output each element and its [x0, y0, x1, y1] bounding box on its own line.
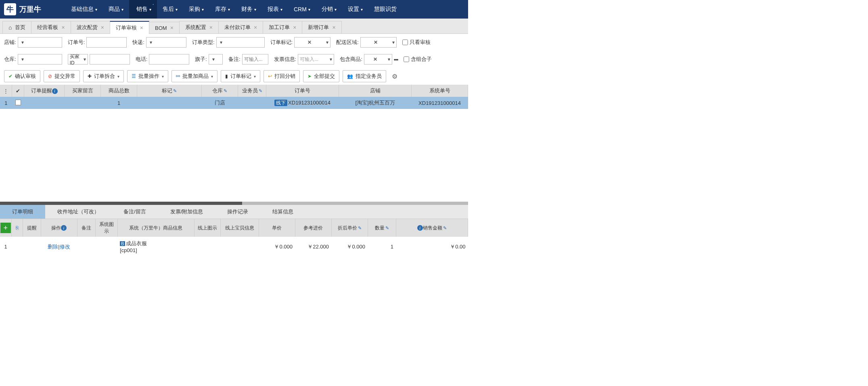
- check-col-icon: ✔: [16, 88, 20, 94]
- close-icon[interactable]: ×: [140, 25, 143, 31]
- nav-item-报表[interactable]: 报表▾: [262, 0, 288, 19]
- detail-tab-4[interactable]: 操作记录: [215, 205, 260, 219]
- top-navbar: 牛 万里牛 基础信息▾商品▾销售▾售后▾采购▾库存▾财务▾报表▾CRM▾分销▾设…: [0, 0, 468, 19]
- ordertype-select[interactable]: [216, 37, 265, 48]
- filter-row-1: 店铺: 订单号: 快递: 订单类型: 订单标记:✕ 配送区域:✕ 只看审核: [0, 34, 468, 51]
- tab-订单审核[interactable]: 订单审核×: [110, 21, 149, 34]
- nav-item-分销[interactable]: 分销▾: [316, 0, 342, 19]
- modify-link[interactable]: 修改: [60, 244, 70, 250]
- info-icon[interactable]: i: [61, 225, 67, 231]
- nav-item-售后[interactable]: 售后▾: [157, 0, 183, 19]
- include-combo-checkbox[interactable]: [404, 56, 409, 62]
- express-select[interactable]: [146, 37, 186, 48]
- buyerid-input[interactable]: [90, 54, 130, 65]
- edit-icon[interactable]: ✎: [224, 88, 227, 93]
- remark-input[interactable]: [242, 54, 268, 65]
- copy-icon[interactable]: ⎘: [14, 225, 20, 231]
- tab-波次配货[interactable]: 波次配货×: [71, 21, 110, 33]
- nav-item-慧眼识货[interactable]: 慧眼识货: [368, 0, 402, 19]
- confirm-audit-button[interactable]: ✔确认审核: [4, 70, 40, 82]
- orderno-input[interactable]: [86, 37, 127, 48]
- order-split-button[interactable]: ✚订单拆合▾: [83, 70, 124, 82]
- close-icon[interactable]: ×: [293, 24, 296, 31]
- nav-item-基础信息[interactable]: 基础信息▾: [65, 0, 103, 19]
- tab-系统配置[interactable]: 系统配置×: [179, 21, 219, 33]
- buyerid-select[interactable]: 买家ID: [68, 54, 88, 65]
- submit-abnormal-button[interactable]: ⊘提交异常: [44, 70, 80, 82]
- close-icon[interactable]: ×: [61, 24, 65, 31]
- includegoods-select[interactable]: ✕: [364, 54, 392, 65]
- detail-tab-0[interactable]: 订单明细: [0, 205, 45, 219]
- ordermark-select[interactable]: ✕: [294, 37, 330, 48]
- close-icon[interactable]: ×: [209, 24, 213, 31]
- logo: 牛 万里牛: [4, 3, 41, 15]
- nav-item-采购[interactable]: 采购▾: [183, 0, 209, 19]
- nav-item-CRM[interactable]: CRM▾: [288, 0, 316, 19]
- close-icon[interactable]: ×: [332, 24, 335, 31]
- detail-tab-5[interactable]: 结算信息: [260, 205, 305, 219]
- users-icon: 👥: [347, 73, 353, 79]
- close-icon[interactable]: ×: [170, 25, 174, 31]
- nav-item-销售[interactable]: 销售▾: [129, 0, 157, 19]
- nav-item-商品[interactable]: 商品▾: [103, 0, 129, 19]
- warehouse-select[interactable]: [18, 54, 62, 65]
- bookmark-icon: ▮: [225, 73, 228, 79]
- phone-input[interactable]: [149, 54, 189, 65]
- edit-icon[interactable]: ✎: [259, 88, 262, 93]
- gear-icon[interactable]: ⚙: [392, 73, 397, 80]
- edit-icon[interactable]: ✎: [385, 225, 389, 230]
- tab-首页[interactable]: ⌂首页: [2, 21, 31, 33]
- tab-未付款订单[interactable]: 未付款订单×: [218, 21, 263, 33]
- nav-item-设置[interactable]: 设置▾: [342, 0, 368, 19]
- detail-tab-1[interactable]: 收件地址（可改）: [45, 205, 111, 219]
- splitter[interactable]: [0, 202, 468, 205]
- tab-经营看板[interactable]: 经营看板×: [31, 21, 71, 33]
- caret-down-icon: ▾: [117, 74, 119, 79]
- clear-icon[interactable]: ✕: [373, 56, 377, 62]
- warehouse-label: 仓库:: [4, 56, 16, 63]
- nav-item-财务[interactable]: 财务▾: [236, 0, 262, 19]
- nav-item-库存[interactable]: 库存▾: [209, 0, 236, 19]
- cell-sysno: XD191231000014: [412, 97, 468, 109]
- info-icon[interactable]: i: [52, 88, 58, 94]
- detail-row[interactable]: 1 删除|修改 B成品衣服[cp001] ￥0.000 ￥22.000 ￥0.0…: [0, 237, 468, 257]
- row-checkbox[interactable]: [15, 100, 21, 105]
- close-icon[interactable]: ×: [101, 24, 104, 31]
- add-row-button[interactable]: +: [0, 223, 11, 233]
- edit-icon[interactable]: ✎: [443, 225, 447, 230]
- product-badge: B: [120, 241, 125, 246]
- close-icon[interactable]: ×: [254, 24, 257, 31]
- submit-all-button[interactable]: ➤全部提交: [303, 70, 339, 82]
- info-icon[interactable]: i: [417, 225, 423, 231]
- more-icon[interactable]: •••: [394, 56, 398, 63]
- clear-icon[interactable]: ✕: [374, 40, 378, 45]
- cell-discount: ￥0.000: [331, 237, 368, 257]
- order-mark-button[interactable]: ▮订单标记▾: [221, 70, 260, 82]
- ban-icon: ⊘: [48, 73, 52, 79]
- return-dist-button[interactable]: ↩打回分销: [264, 70, 300, 82]
- invoice-select[interactable]: 可输入...: [298, 54, 334, 65]
- deliveryarea-select[interactable]: ✕: [360, 37, 397, 48]
- detail-tab-3[interactable]: 发票/附加信息: [158, 205, 215, 219]
- shop-select[interactable]: [18, 37, 62, 48]
- assign-salesman-button[interactable]: 👥指定业务员: [343, 70, 386, 82]
- main-nav: 基础信息▾商品▾销售▾售后▾采购▾库存▾财务▾报表▾CRM▾分销▾设置▾慧眼识货: [65, 0, 402, 19]
- menu-icon[interactable]: ⋮: [3, 88, 8, 94]
- detail-tab-2[interactable]: 备注/留言: [111, 205, 158, 219]
- only-audit-checkbox[interactable]: [402, 40, 408, 45]
- flag-select[interactable]: [209, 54, 223, 65]
- clear-icon[interactable]: ✕: [307, 40, 312, 45]
- tab-新增订单[interactable]: 新增订单×: [302, 21, 341, 33]
- batch-op-button[interactable]: ☰批量操作▾: [127, 70, 168, 82]
- tab-加工订单[interactable]: 加工订单×: [263, 21, 302, 33]
- delete-link[interactable]: 删除: [48, 244, 58, 250]
- edit-icon[interactable]: ✎: [358, 225, 362, 230]
- deliveryarea-label: 配送区域:: [336, 39, 359, 46]
- orderno-label: 订单号:: [68, 39, 85, 46]
- edit-icon[interactable]: ✎: [173, 88, 177, 93]
- tab-BOM[interactable]: BOM×: [149, 22, 180, 33]
- batch-add-goods-button[interactable]: ⚯批量加商品▾: [172, 70, 218, 82]
- cell-warehouse: 门店: [202, 97, 238, 109]
- order-row[interactable]: 1 1 门店 线下XD191231000014 [淘宝]杭州五百万 XD1912…: [0, 97, 468, 109]
- order-table-header: ⋮ ✔ 订单提醒i 买家留言 商品总数 标记✎ 仓库✎ 业务员✎ 订单号 店铺 …: [0, 85, 468, 97]
